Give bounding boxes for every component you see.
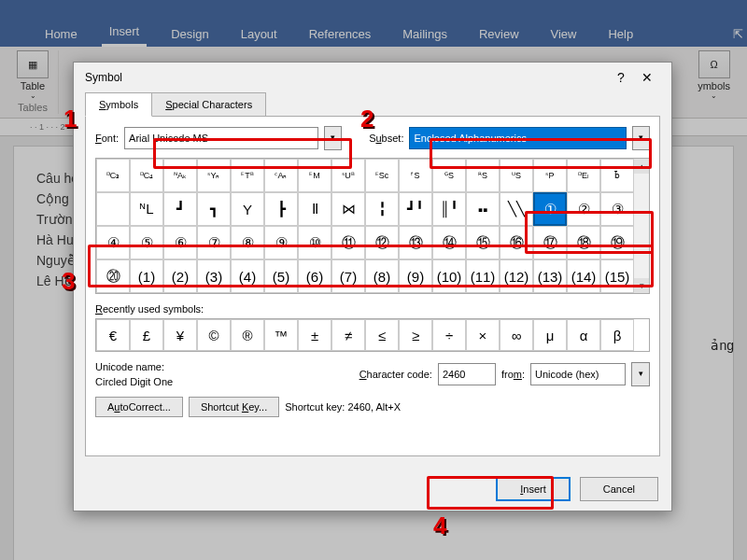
symbol-cell[interactable]: (9)	[399, 259, 432, 293]
symbol-cell[interactable]: ┣	[264, 192, 298, 226]
symbol-cell[interactable]: ≥	[399, 319, 432, 351]
symbol-cell[interactable]: €	[96, 319, 130, 351]
symbol-cell[interactable]: ┓	[197, 192, 231, 226]
symbol-cell[interactable]: ˢP	[533, 159, 567, 192]
tab-symbols[interactable]: SSymbolsymbols	[85, 92, 152, 117]
symbol-cell[interactable]: ™	[264, 319, 298, 351]
symbol-cell[interactable]: (15)	[600, 259, 634, 293]
autocorrect-button[interactable]: AutoCorrect...	[95, 397, 183, 417]
symbol-cell[interactable]: ᶠS	[399, 159, 432, 192]
symbol-cell[interactable]: ⑥	[163, 226, 197, 259]
symbol-cell[interactable]: ╏	[365, 192, 399, 226]
help-icon[interactable]: ?	[608, 70, 634, 85]
symbol-cell[interactable]: ①	[533, 192, 567, 226]
symbol-cell[interactable]: ⑲	[600, 226, 634, 259]
symbol-cell[interactable]: ≠	[331, 319, 365, 351]
symbol-cell[interactable]: (5)	[264, 259, 298, 293]
cancel-button[interactable]: Cancel	[580, 477, 658, 501]
subset-input[interactable]	[409, 127, 627, 149]
symbol-cell[interactable]: ⑩	[298, 226, 331, 259]
symbol-cell[interactable]: ᴰC₄	[130, 159, 163, 192]
symbol-cell[interactable]: ÷	[432, 319, 466, 351]
symbol-cell[interactable]: £	[130, 319, 163, 351]
grid-scrollbar[interactable]: ▴ ▾	[633, 159, 649, 293]
symbol-cell[interactable]: (11)	[466, 259, 500, 293]
symbol-cell[interactable]: ©	[197, 319, 231, 351]
symbol-cell[interactable]: ᴱM	[298, 159, 331, 192]
symbol-cell[interactable]: β	[600, 319, 634, 351]
symbol-cell[interactable]: ║╹	[432, 192, 466, 226]
symbol-cell[interactable]: ᴱSc	[365, 159, 399, 192]
symbol-cell[interactable]: (7)	[331, 259, 365, 293]
symbol-cell[interactable]: (13)	[533, 259, 567, 293]
scroll-up-icon[interactable]: ▴	[634, 159, 649, 174]
symbol-cell[interactable]: ᵁS	[500, 159, 533, 192]
char-code-label: Character code:	[359, 369, 432, 380]
symbol-cell[interactable]: ®	[231, 319, 264, 351]
symbol-cell[interactable]: ┛╹	[399, 192, 432, 226]
symbol-cell[interactable]: Y	[231, 192, 264, 226]
symbol-cell[interactable]: ±	[298, 319, 331, 351]
char-code-input[interactable]	[438, 363, 496, 385]
symbol-cell[interactable]: ⑮	[466, 226, 500, 259]
symbol-cell[interactable]: ▪▪	[466, 192, 500, 226]
symbol-cell[interactable]: (6)	[298, 259, 331, 293]
close-icon[interactable]: ✕	[634, 70, 660, 85]
subset-dropdown[interactable]: ▾	[632, 126, 650, 150]
symbol-cell[interactable]: ᴺAₖ	[163, 159, 197, 192]
symbol-cell[interactable]: ¥	[163, 319, 197, 351]
font-dropdown[interactable]: ▾	[324, 126, 342, 150]
symbol-cell[interactable]: (14)	[567, 259, 600, 293]
symbol-cell[interactable]: α	[567, 319, 600, 351]
symbol-cell[interactable]: ⑧	[231, 226, 264, 259]
symbol-cell[interactable]: ╲╲	[500, 192, 533, 226]
symbol-cell[interactable]: (8)	[365, 259, 399, 293]
symbol-cell[interactable]: ᴿS	[466, 159, 500, 192]
symbol-cell[interactable]: (2)	[163, 259, 197, 293]
symbol-cell[interactable]: ⑦	[197, 226, 231, 259]
symbol-cell[interactable]: ᴱTᴮ	[231, 159, 264, 192]
symbol-cell[interactable]: ᶜAₙ	[264, 159, 298, 192]
symbol-cell[interactable]: ƀ	[600, 159, 634, 192]
symbol-cell[interactable]: Ⅱ	[298, 192, 331, 226]
scroll-down-icon[interactable]: ▾	[634, 278, 649, 293]
symbol-cell[interactable]: ∞	[500, 319, 533, 351]
font-input[interactable]	[124, 127, 318, 149]
tab-special-characters[interactable]: Special Characters	[151, 92, 266, 117]
symbol-cell[interactable]: ᴰEₗ	[567, 159, 600, 192]
from-dropdown[interactable]: ▾	[631, 362, 650, 386]
symbol-cell[interactable]: ③	[600, 192, 634, 226]
symbol-cell[interactable]: ④	[96, 226, 130, 259]
symbol-cell[interactable]: ᴰC₃	[96, 159, 130, 192]
symbol-cell[interactable]: ⑰	[533, 226, 567, 259]
insert-button[interactable]: Insert	[496, 477, 571, 501]
symbol-cell[interactable]: ×	[466, 319, 500, 351]
symbol-cell[interactable]: ⑳	[96, 259, 130, 293]
symbol-cell[interactable]: (4)	[231, 259, 264, 293]
symbol-cell[interactable]: ⋈	[331, 192, 365, 226]
symbol-cell[interactable]: (3)	[197, 259, 231, 293]
symbol-cell[interactable]: ⑯	[500, 226, 533, 259]
symbol-cell[interactable]: ⑨	[264, 226, 298, 259]
symbol-cell[interactable]: ⑱	[567, 226, 600, 259]
symbol-cell[interactable]: ᴳS	[432, 159, 466, 192]
symbol-cell[interactable]: ⑫	[365, 226, 399, 259]
symbol-cell[interactable]: (12)	[500, 259, 533, 293]
symbol-cell[interactable]: ⑭	[432, 226, 466, 259]
symbol-cell[interactable]: ⑤	[130, 226, 163, 259]
symbol-cell[interactable]: ≤	[365, 319, 399, 351]
symbol-cell[interactable]: (1)	[130, 259, 163, 293]
symbol-cell[interactable]: ˢYₙ	[197, 159, 231, 192]
symbol-cell[interactable]: ᴺL	[130, 192, 163, 226]
symbol-cell[interactable]: ┛	[163, 192, 197, 226]
from-input[interactable]	[530, 363, 626, 385]
annotation-1: 1	[63, 105, 77, 133]
symbol-cell[interactable]: (10)	[432, 259, 466, 293]
symbol-cell[interactable]: ⑪	[331, 226, 365, 259]
symbol-cell[interactable]	[96, 192, 130, 226]
symbol-cell[interactable]: ②	[567, 192, 600, 226]
symbol-cell[interactable]: μ	[533, 319, 567, 351]
symbol-cell[interactable]: ˢUᴮ	[331, 159, 365, 192]
symbol-cell[interactable]: ⑬	[399, 226, 432, 259]
shortcut-key-button[interactable]: Shortcut Key...	[189, 397, 279, 417]
